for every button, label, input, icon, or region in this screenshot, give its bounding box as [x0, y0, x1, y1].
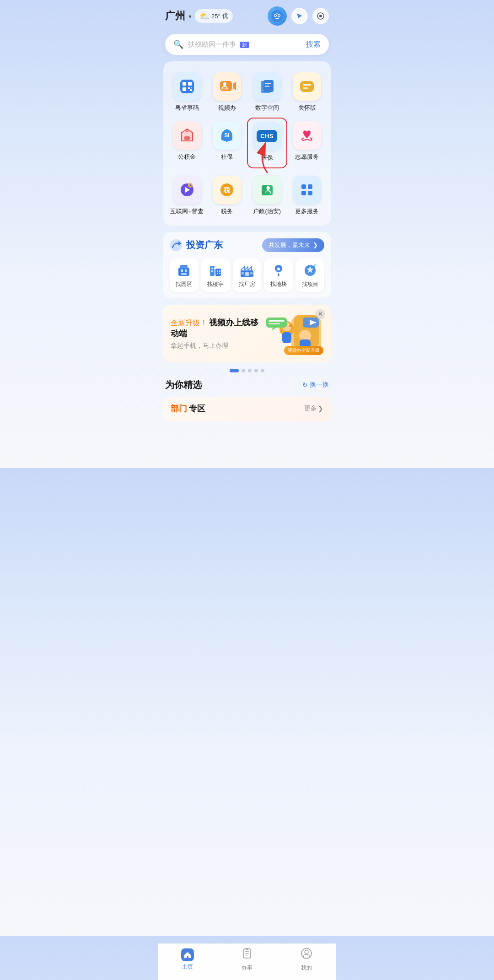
video-office-icon-wrap [213, 72, 241, 101]
svg-rect-61 [242, 272, 244, 275]
svg-rect-23 [265, 86, 269, 87]
svg-rect-47 [181, 269, 183, 272]
svg-rect-76 [266, 318, 287, 328]
invest-building-label: 找楼宇 [207, 280, 224, 288]
city-name[interactable]: 广州 [165, 9, 185, 23]
grid-item-care-mode[interactable]: 关怀版 [287, 69, 328, 118]
city-chevron-icon[interactable]: ∨ [188, 13, 192, 19]
banner-close-button[interactable]: ✕ [315, 309, 325, 319]
svg-rect-54 [211, 270, 213, 272]
dot-5 [261, 369, 264, 372]
grid-item-household[interactable]: 户政(治安) [247, 172, 287, 221]
dept-more-label: 更多 [304, 404, 317, 413]
invest-item-factory[interactable]: 找厂房 [233, 258, 262, 292]
svg-rect-19 [221, 88, 229, 90]
grid-row-1: 粤省事码 视频办 [167, 69, 327, 118]
household-label: 户政(治安) [253, 208, 281, 215]
weather-icon: ⛅ [199, 11, 209, 21]
grid-item-medical-insurance[interactable]: CHS 医保 [247, 118, 287, 168]
more-services-label: 更多服务 [295, 208, 319, 215]
svg-rect-7 [277, 12, 278, 13]
dept-title-row: 部门 专区 [171, 403, 205, 414]
search-new-badge: 新 [240, 42, 249, 48]
invest-item-building[interactable]: 找楼宇 [201, 258, 230, 292]
digital-space-icon-wrap [253, 72, 281, 101]
svg-rect-55 [217, 270, 218, 272]
grid-item-tax[interactable]: 税 税务 [207, 172, 247, 221]
svg-rect-26 [303, 87, 308, 89]
refresh-icon: ↻ [302, 381, 308, 388]
search-bar[interactable]: 🔍 扶残助困一件事 新 搜索 [165, 34, 329, 55]
svg-rect-14 [188, 87, 190, 89]
svg-point-9 [319, 15, 322, 17]
svg-rect-10 [180, 80, 194, 93]
svg-point-64 [277, 268, 280, 270]
svg-point-0 [271, 10, 283, 22]
svg-rect-11 [183, 82, 186, 86]
svg-text:税: 税 [223, 186, 231, 194]
grid-item-yueshima[interactable]: 粤省事码 [167, 69, 207, 118]
svg-rect-24 [300, 81, 314, 92]
svg-rect-57 [217, 273, 218, 274]
invest-item-land[interactable]: 找地块 [264, 258, 293, 292]
svg-text:★: ★ [188, 183, 192, 188]
invest-factory-label: 找厂房 [239, 280, 255, 288]
svg-rect-60 [245, 272, 249, 276]
video-office-label: 视频办 [218, 104, 236, 112]
internet-supervision-icon-wrap: ★ [173, 176, 201, 204]
avatar[interactable] [268, 6, 287, 26]
svg-rect-15 [191, 87, 192, 88]
grid-row-2: 公积金 SI 社保 CHS 医保 [167, 118, 327, 168]
refresh-button[interactable]: ↻ 换一换 [302, 381, 329, 389]
digital-space-label: 数字空间 [255, 104, 279, 112]
dept-section: 部门 专区 更多 ❯ [163, 397, 331, 422]
invest-grid: 找园区 找楼宇 [170, 258, 324, 292]
invest-tagline[interactable]: 共发展，赢未来 ❯ [262, 238, 324, 252]
search-button[interactable]: 搜索 [306, 40, 321, 49]
invest-item-project[interactable]: 找项目 [295, 258, 324, 292]
grid-item-provident-fund[interactable]: 公积金 [167, 118, 207, 168]
invest-park-label: 找园区 [176, 280, 192, 288]
svg-rect-56 [219, 270, 220, 272]
volunteer-label: 志愿服务 [295, 153, 319, 161]
banner-new-label: 全新升级！ [171, 319, 207, 327]
household-icon-wrap [253, 176, 281, 204]
weather-badge: ⛅ 25° 优 [195, 9, 233, 23]
refresh-label: 换一换 [310, 381, 329, 389]
header: 广州 ∨ ⛅ 25° 优 [158, 0, 336, 30]
grid-item-internet-supervision[interactable]: ★ 互联网+督查 [167, 172, 207, 221]
svg-rect-46 [180, 265, 188, 269]
svg-rect-52 [211, 268, 213, 269]
banner-title-row: 全新升级！ 视频办上线移动端 [171, 317, 264, 339]
svg-rect-58 [219, 273, 220, 274]
banner-section[interactable]: 全新升级！ 视频办上线移动端 拿起手机，马上办理 [163, 305, 331, 362]
volunteer-icon-wrap [293, 121, 321, 150]
invest-logo-text: 投资广东 [186, 239, 223, 251]
svg-rect-25 [303, 84, 311, 86]
dot-2 [242, 369, 245, 372]
location-button[interactable] [291, 8, 308, 24]
svg-rect-42 [301, 191, 306, 195]
grid-item-volunteer[interactable]: 志愿服务 [287, 118, 328, 168]
svg-rect-43 [308, 191, 312, 195]
svg-point-28 [186, 130, 188, 131]
record-button[interactable] [312, 8, 329, 24]
invest-item-park[interactable]: 找园区 [170, 258, 199, 292]
grid-item-social-insurance[interactable]: SI 社保 [207, 118, 247, 168]
service-grid: 粤省事码 视频办 [163, 61, 331, 226]
svg-rect-77 [268, 320, 285, 322]
svg-point-18 [223, 82, 226, 86]
dot-3 [248, 369, 252, 372]
banner-subtitle: 拿起手机，马上办理 [171, 342, 264, 350]
grid-item-video-office[interactable]: 视频办 [207, 69, 247, 118]
header-left: 广州 ∨ ⛅ 25° 优 [165, 9, 233, 23]
grid-item-more-services[interactable]: 更多服务 [287, 172, 328, 221]
svg-rect-29 [184, 136, 190, 140]
grid-item-digital-space[interactable]: 数字空间 [247, 69, 287, 118]
dept-title-black: 专区 [189, 404, 205, 413]
svg-rect-40 [301, 184, 306, 189]
svg-rect-5 [275, 18, 279, 19]
dept-more-link[interactable]: 更多 ❯ [304, 404, 323, 413]
banner-image: 视频办全新升级 [264, 313, 323, 354]
svg-rect-13 [183, 87, 186, 91]
